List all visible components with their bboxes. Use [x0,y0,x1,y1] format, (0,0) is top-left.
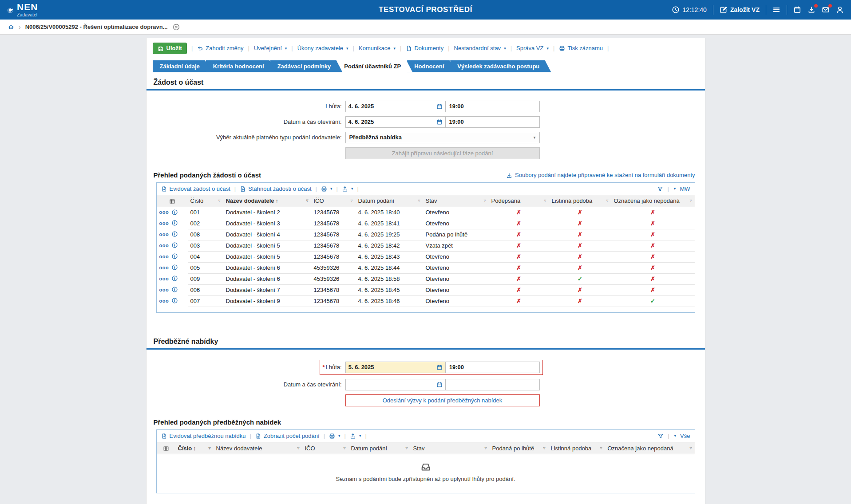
column-header-1[interactable]: ▿Název dodavatele [214,442,302,454]
tab-4[interactable]: Hodnocení [407,60,455,72]
breadcrumb-record[interactable]: N006/25/V00005292 - Řešení optimalizace … [25,24,168,30]
zobrazit-pocet-button[interactable]: Zobrazit počet podání [255,433,320,440]
toolbar-item-4[interactable]: Dokumenty [406,45,443,51]
column-filter-button[interactable]: ▿ [405,445,408,450]
view-selector[interactable]: MW [680,185,690,192]
nabidky-otevirani-time-input[interactable] [446,379,540,390]
filter-button[interactable] [657,185,663,193]
toolbar-item-2[interactable]: Úkony zadavatele▾ [297,45,348,51]
typ-podani-select[interactable]: Předběžná nabídka ▾ [345,132,540,143]
export-button[interactable]: ▾ [350,433,361,440]
tab-0[interactable]: Základní údaje [153,60,211,72]
row-menu-button[interactable]: ooo [159,298,169,303]
export-button[interactable]: ▾ [342,185,353,193]
tab-3[interactable]: Podání účastníků ZP [337,60,412,72]
info-icon[interactable] [171,275,178,282]
column-header-5[interactable]: ▿Podepsána [489,195,549,207]
podani-files-link[interactable]: Soubory podání najdete připravené ke sta… [506,172,695,179]
toolbar-item-5[interactable]: Nestandardní stav▾ [454,45,506,51]
info-icon[interactable] [171,286,178,293]
row-menu-button[interactable]: ooo [159,209,169,215]
tab-2[interactable]: Zadávací podmínky [270,60,343,72]
user-button[interactable] [836,6,844,14]
save-button[interactable]: Uložit [153,43,187,54]
filter-button[interactable] [657,433,664,440]
home-icon[interactable] [8,24,14,31]
stahnout-zadosti-button[interactable]: Stáhnout žádosti o účast [240,185,311,193]
info-icon[interactable] [171,231,178,237]
row-menu-button[interactable]: ooo [159,220,169,226]
next-phase-button[interactable]: Zahájit přípravu následující fáze podání [345,147,540,159]
evidovat-nabidku-button[interactable]: Evidovat předběžnou nabídku [161,433,246,440]
nabidky-otevirani-date-input[interactable] [345,379,446,390]
view-selector[interactable]: Vše [680,433,690,439]
view-selector-caret[interactable]: ▾ [674,433,677,438]
row-menu-button[interactable]: ooo [159,232,169,237]
column-header-6[interactable]: ▿Listinná podoba [549,195,611,207]
row-menu-button[interactable]: ooo [159,243,169,248]
calendar-picker-icon[interactable] [436,364,443,371]
calendar-picker-icon[interactable] [436,103,443,110]
column-header-3[interactable]: ▿Datum podání [356,195,423,207]
column-filter-button[interactable]: ▿ [600,445,602,450]
column-filter-button[interactable]: ▿ [208,445,210,450]
column-filter-button[interactable]: ▿ [297,445,299,450]
lhuta-date-input[interactable]: 4. 6. 2025 [345,101,446,112]
column-settings-button[interactable] [157,195,188,207]
toolbar-item-7[interactable]: Tisk záznamu [559,45,603,51]
otevirani-time-input[interactable]: 19:00 [446,116,540,128]
messages-button[interactable] [822,6,830,14]
info-icon[interactable] [171,253,178,260]
tab-1[interactable]: Kritéria hodnocení [206,60,276,72]
zalozit-vz-button[interactable]: Založit VZ [720,6,760,14]
column-header-0[interactable]: ▿Číslo↑ [175,442,214,454]
column-header-6[interactable]: ▿Listinná podoba [548,442,605,454]
column-settings-button[interactable] [157,442,175,454]
otevirani-date-input[interactable]: 4. 6. 2025 [345,116,446,128]
column-header-1[interactable]: ▿Název dodavatele↑ [223,195,311,207]
row-menu-button[interactable]: ooo [159,276,169,281]
column-header-2[interactable]: ▿IČO [302,442,348,454]
column-filter-button[interactable]: ▿ [483,198,486,203]
row-menu-button[interactable]: ooo [159,254,169,259]
info-icon[interactable] [171,242,178,248]
downloads-button[interactable] [807,6,815,14]
toolbar-item-0[interactable]: Zahodit změny [197,45,243,51]
column-header-7[interactable]: ▿Označena jako nepodaná [605,442,695,454]
print-button[interactable]: ▾ [329,433,340,440]
toolbar-item-3[interactable]: Komunikace▾ [359,45,396,51]
column-filter-button[interactable]: ▿ [544,198,546,203]
column-filter-button[interactable]: ▿ [418,198,420,203]
column-header-2[interactable]: ▿IČO [311,195,356,207]
info-icon[interactable] [171,297,178,304]
nabidky-lhuta-date-input[interactable]: 5. 6. 2025 [345,362,446,373]
toolbar-item-6[interactable]: Správa VZ▾ [516,45,549,51]
close-record-icon[interactable] [172,23,180,31]
lhuta-time-input[interactable]: 19:00 [446,101,540,112]
calendar-button[interactable] [793,6,801,14]
info-icon[interactable] [171,264,178,271]
row-menu-button[interactable]: ooo [159,265,169,270]
nen-logo[interactable]: NEN Zadavatel [7,2,38,17]
column-header-3[interactable]: ▿Datum podání [348,442,411,454]
column-filter-button[interactable]: ▿ [689,445,692,450]
calendar-picker-icon[interactable] [436,118,443,126]
column-header-7[interactable]: ▿Označena jako nepodaná [611,195,695,207]
view-selector-caret[interactable]: ▾ [674,186,676,191]
toolbar-item-1[interactable]: Uveřejnění▾ [254,45,287,51]
column-filter-button[interactable]: ▿ [350,198,352,203]
odeslat-vyzvu-button[interactable]: Odeslání výzvy k podání předběžných nabí… [345,394,540,406]
row-menu-button[interactable]: ooo [159,287,169,292]
column-header-5[interactable]: ▿Podaná po lhůtě [490,442,548,454]
column-header-4[interactable]: ▿Stav [411,442,490,454]
column-filter-button[interactable]: ▿ [689,198,692,203]
print-button[interactable]: ▾ [321,185,332,193]
info-icon[interactable] [171,209,178,216]
nabidky-lhuta-time-input[interactable]: 19:00 [446,362,540,373]
tab-5[interactable]: Výsledek zadávacího postupu [450,60,551,72]
column-header-0[interactable]: ▿Číslo [188,195,223,207]
column-filter-button[interactable]: ▿ [218,198,220,203]
column-filter-button[interactable]: ▿ [543,445,545,450]
info-icon[interactable] [171,220,178,226]
column-filter-button[interactable]: ▿ [306,198,308,203]
